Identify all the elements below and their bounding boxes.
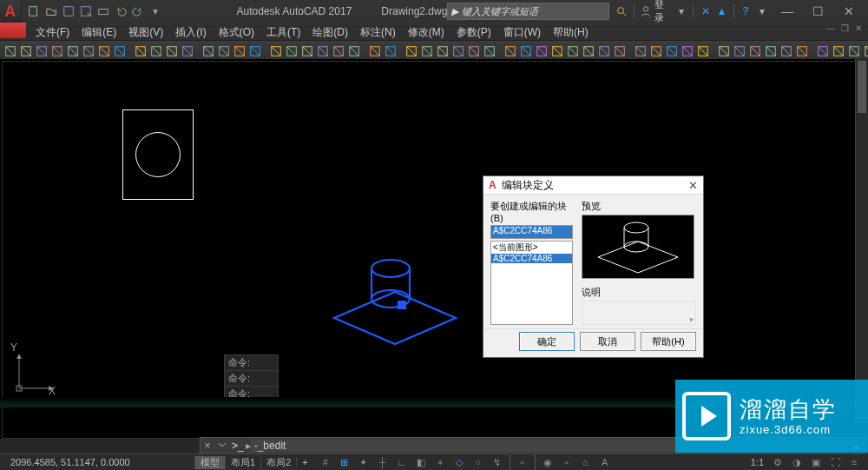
signin-label[interactable]: 登录 xyxy=(654,0,672,24)
extend-icon[interactable] xyxy=(566,42,580,61)
dim-diameter-icon[interactable] xyxy=(332,42,345,61)
ortho-icon[interactable]: ⊞ xyxy=(336,455,353,469)
selection-grip[interactable] xyxy=(398,301,406,309)
line-icon[interactable] xyxy=(404,42,418,61)
layer-icon[interactable] xyxy=(201,42,215,61)
clean-icon[interactable]: ⛶ xyxy=(826,455,844,469)
commandline-close-icon[interactable]: × xyxy=(201,440,214,452)
selected-block[interactable] xyxy=(326,257,464,351)
close-button[interactable]: ✕ xyxy=(844,4,858,18)
menu-item-8[interactable]: 修改(M) xyxy=(402,25,450,40)
dialog-close-icon[interactable]: ✕ xyxy=(688,179,698,192)
isolate-icon[interactable]: ◑ xyxy=(788,455,806,469)
new-icon[interactable] xyxy=(3,42,17,61)
dialog-desc-textbox[interactable] xyxy=(582,301,696,325)
drawing-circle[interactable] xyxy=(135,132,181,177)
zoom-icon[interactable] xyxy=(764,42,778,61)
steering-icon[interactable] xyxy=(795,42,809,61)
menu-item-3[interactable]: 插入(I) xyxy=(169,25,212,40)
a360-icon[interactable]: ▲ xyxy=(714,3,729,19)
orbit-icon[interactable] xyxy=(779,42,793,61)
menu-item-9[interactable]: 参数(P) xyxy=(450,25,497,40)
workspace-icon[interactable]: ◉ xyxy=(539,455,556,469)
layer-state-icon[interactable] xyxy=(217,42,231,61)
exchange-icon[interactable]: ✕ xyxy=(698,3,713,19)
ellipse-icon[interactable] xyxy=(483,42,496,61)
mdi-restore-icon[interactable]: ❐ xyxy=(838,23,851,33)
infocenter-search-icon[interactable] xyxy=(615,3,629,19)
dim-linear-icon[interactable] xyxy=(269,42,283,61)
hatch-icon[interactable] xyxy=(165,42,179,61)
polar-icon[interactable]: ✦ xyxy=(355,455,372,469)
dialog-cancel-button[interactable]: 取消 xyxy=(580,332,635,351)
plus-icon[interactable]: # xyxy=(317,455,334,469)
rectangle-icon[interactable] xyxy=(467,42,481,61)
mtext-icon[interactable] xyxy=(384,42,398,61)
layout-tab-3[interactable]: + xyxy=(296,457,312,467)
circle-icon[interactable] xyxy=(436,42,450,61)
dynucs-icon[interactable]: ◧ xyxy=(412,455,430,469)
explode-icon[interactable] xyxy=(696,42,710,61)
annovis-icon[interactable]: ⌂ xyxy=(577,455,595,469)
qat-new-icon[interactable] xyxy=(27,4,41,18)
mdi-minimize-icon[interactable]: — xyxy=(825,23,837,33)
dim-leader-icon[interactable] xyxy=(347,42,361,61)
qat-saveas-icon[interactable] xyxy=(79,4,93,18)
mdi-close-icon[interactable]: ✕ xyxy=(852,23,865,33)
menu-item-1[interactable]: 编辑(E) xyxy=(76,25,122,40)
cut-icon[interactable] xyxy=(66,42,80,61)
coordinates-display[interactable]: 2096.4585, 51.1147, 0.0000 xyxy=(0,457,194,467)
open-icon[interactable] xyxy=(19,42,33,61)
ucs-icon[interactable] xyxy=(717,42,731,61)
menu-item-10[interactable]: 窗口(W) xyxy=(497,25,547,40)
mirror-icon[interactable] xyxy=(582,42,595,61)
annotation-scale[interactable]: 1:1 xyxy=(747,457,767,467)
pan-icon[interactable] xyxy=(748,42,762,61)
array-icon[interactable] xyxy=(613,42,627,61)
vertical-scrollbar[interactable] xyxy=(855,59,868,423)
text-icon[interactable] xyxy=(368,42,382,61)
dyninput-icon[interactable]: ⌖ xyxy=(431,455,449,469)
qat-save-icon[interactable] xyxy=(62,4,76,18)
3dosnap-icon[interactable]: ▫ xyxy=(514,455,531,469)
dialog-help-button[interactable]: 帮助(H) xyxy=(641,332,696,351)
trim-icon[interactable] xyxy=(550,42,564,61)
signin-icon[interactable] xyxy=(639,3,654,19)
copy-icon[interactable] xyxy=(82,42,95,61)
qat-dropdown-icon[interactable]: ▾ xyxy=(148,4,162,18)
menu-item-4[interactable]: 格式(O) xyxy=(213,25,260,40)
materials-icon[interactable] xyxy=(832,42,845,61)
polyline-icon[interactable] xyxy=(420,42,434,61)
menu-item-5[interactable]: 工具(T) xyxy=(260,25,306,40)
annoauto-icon[interactable]: A xyxy=(596,455,614,469)
app-menu-icon[interactable]: A xyxy=(0,0,22,23)
layout-tab-2[interactable]: 布局2 xyxy=(260,456,296,469)
fillet-icon[interactable] xyxy=(665,42,679,61)
print-icon[interactable] xyxy=(50,42,64,61)
move-icon[interactable] xyxy=(503,42,517,61)
transparency-icon[interactable]: ○ xyxy=(470,455,487,469)
help-search-input[interactable]: ▶ 键入关键字或短语 xyxy=(447,3,609,20)
region-icon[interactable] xyxy=(181,42,194,61)
dialog-titlebar[interactable]: A 编辑块定义 ✕ xyxy=(483,176,703,195)
qat-plot-icon[interactable] xyxy=(96,4,110,18)
dialog-block-name-input[interactable]: A$C2CC74A86 xyxy=(490,225,573,239)
menu-item-2[interactable]: 视图(V) xyxy=(122,25,169,40)
layer-prev-icon[interactable] xyxy=(233,42,247,61)
paste-icon[interactable] xyxy=(97,42,111,61)
dim-aligned-icon[interactable] xyxy=(285,42,299,61)
arc-icon[interactable] xyxy=(451,42,465,61)
qat-open-icon[interactable] xyxy=(44,4,58,18)
menu-item-11[interactable]: 帮助(H) xyxy=(547,25,595,40)
minimize-button[interactable]: — xyxy=(781,4,795,18)
layout-tab-1[interactable]: 布局1 xyxy=(225,456,260,469)
render-icon[interactable] xyxy=(816,42,830,61)
signin-dropdown-icon[interactable]: ▾ xyxy=(674,3,689,19)
help-icon[interactable]: ? xyxy=(739,3,753,19)
dialog-list-item[interactable]: <当前图形> xyxy=(491,242,572,254)
layer-combo-icon[interactable] xyxy=(248,42,262,61)
menu-item-6[interactable]: 绘图(D) xyxy=(306,25,354,40)
hw-icon[interactable]: ▣ xyxy=(807,455,825,469)
dialog-block-list[interactable]: <当前图形>A$C2CC74A86 xyxy=(490,241,573,325)
dialog-list-item[interactable]: A$C2CC74A86 xyxy=(491,254,572,263)
